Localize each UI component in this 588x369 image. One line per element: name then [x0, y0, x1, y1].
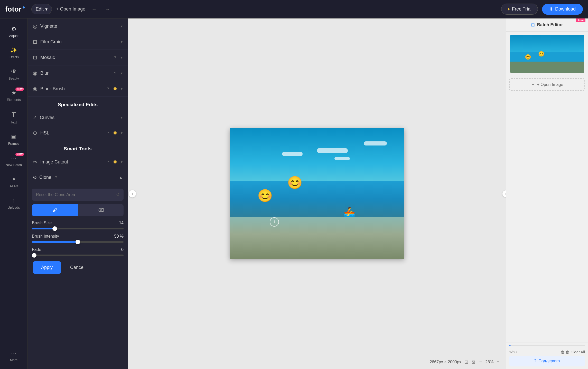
- sidebar-item-effects[interactable]: ✨ Effects: [0, 42, 27, 64]
- support-icon: ?: [534, 359, 536, 363]
- progress-fill: [509, 345, 511, 346]
- emoji-face-2: 😊: [287, 176, 303, 190]
- diamond-icon: ♦: [508, 6, 510, 12]
- text-icon: T: [12, 111, 16, 119]
- right-panel-collapse-arrow[interactable]: ›: [502, 190, 506, 197]
- sidebar-item-adjust[interactable]: ⚙ Adjust: [0, 21, 27, 42]
- open-image-button[interactable]: + Open Image: [56, 6, 86, 12]
- sidebar-item-more[interactable]: ⋯ More: [0, 345, 27, 366]
- sidebar-item-text[interactable]: T Text: [0, 106, 27, 129]
- blur-label: Blur: [40, 71, 111, 76]
- clear-all-button[interactable]: 🗑 🗑 Clear All: [561, 350, 585, 354]
- apply-label: Apply: [41, 265, 53, 270]
- fit-icon[interactable]: ⊡: [464, 359, 468, 365]
- zoom-in-button[interactable]: +: [496, 358, 501, 366]
- brush-erase-button[interactable]: ⌫: [78, 204, 124, 216]
- support-button[interactable]: ? Поддержка: [509, 356, 585, 366]
- help-icon[interactable]: ?: [55, 175, 57, 179]
- download-label: Download: [555, 6, 576, 12]
- brush-size-value: 14: [119, 221, 124, 225]
- brush-size-header: Brush Size 14: [32, 221, 124, 225]
- film-grain-label: Film Grain: [40, 39, 118, 45]
- forward-arrow[interactable]: →: [103, 5, 112, 13]
- fade-value: 0: [121, 247, 124, 252]
- apply-button[interactable]: Apply: [33, 261, 61, 274]
- sidebar-item-label: Text: [11, 120, 17, 124]
- brush-intensity-fill: [32, 241, 78, 243]
- clone-header[interactable]: ⊙ Clone ? ▲: [32, 170, 124, 185]
- fade-slider[interactable]: [32, 255, 124, 256]
- chevron-down-icon: ▾: [45, 6, 48, 12]
- cloud-1: [282, 152, 303, 156]
- mosaic-item[interactable]: ⊡ Mosaic ? ▾: [28, 50, 128, 65]
- sidebar-item-elements[interactable]: NEW ★ Elements: [0, 85, 27, 106]
- right-panel-bottom: 1/50 🗑 🗑 Clear All ? Поддержка: [506, 343, 588, 369]
- edit-button[interactable]: Edit ▾: [31, 4, 52, 14]
- thumb-emoji-2: 😊: [538, 51, 545, 57]
- sidebar-item-label: AI Art: [10, 184, 18, 188]
- brush-icon: 🖌: [52, 208, 57, 213]
- zoom-out-button[interactable]: −: [478, 358, 483, 366]
- blur-item[interactable]: ◉ Blur ? ▾: [28, 65, 128, 81]
- logo-dot: [23, 6, 25, 8]
- reset-clone-button[interactable]: Reset the Clone Area ↺: [32, 189, 124, 201]
- sidebar-item-label: New Batch: [6, 163, 22, 167]
- logo: fotor: [5, 5, 25, 13]
- image-cutout-item[interactable]: ✂ Image Cutout ? ▾: [28, 154, 128, 170]
- header: fotor Edit ▾ + Open Image ← → ♦ Free Tri…: [0, 0, 588, 18]
- brush-size-label: Brush Size: [32, 221, 52, 225]
- fade-thumb[interactable]: [32, 253, 36, 258]
- cloud-4: [364, 141, 387, 145]
- thumb-sky: [510, 35, 584, 54]
- sidebar-item-batch[interactable]: NEW ⋯ New Batch: [0, 150, 27, 171]
- compare-icon[interactable]: ⊠: [471, 359, 475, 365]
- sidebar-item-frames[interactable]: ▣ Frames: [0, 129, 27, 150]
- crosshair: [270, 217, 279, 227]
- chevron-down-icon: ▾: [121, 40, 123, 44]
- brush-intensity-thumb[interactable]: [76, 240, 80, 244]
- help-icon[interactable]: ?: [107, 87, 109, 91]
- brush-paint-button[interactable]: 🖌: [32, 204, 78, 216]
- back-arrow[interactable]: ←: [89, 5, 99, 13]
- brush-size-thumb[interactable]: [52, 226, 57, 231]
- sidebar-item-beauty[interactable]: 👁 Beauty: [0, 64, 27, 85]
- help-icon[interactable]: ?: [107, 131, 109, 135]
- pagination-text: 1/50: [509, 350, 517, 354]
- cancel-button[interactable]: Cancel: [64, 261, 91, 274]
- sidebar-item-ai-art[interactable]: ✦ AI Art: [0, 171, 27, 193]
- film-grain-item[interactable]: ⊞ Film Grain ▾: [28, 34, 128, 50]
- blur-brush-item[interactable]: ◉ Blur - Brush ? ▾: [28, 81, 128, 97]
- brush-size-slider[interactable]: [32, 228, 124, 229]
- brush-intensity-section: Brush Intensity 50 %: [32, 234, 124, 243]
- adjust-icon: ⚙: [11, 26, 16, 32]
- left-panel: ◎ Vignette ▾ ⊞ Film Grain ▾ ⊡ Mosaic ? ▾…: [28, 18, 128, 369]
- hsl-item[interactable]: ⊙ HSL ? ▾: [28, 125, 128, 141]
- hsl-icon: ⊙: [33, 130, 37, 136]
- canvas-area: ‹ › 😊 😊 🚣 2667px × 2000px ⊡: [128, 18, 506, 369]
- active-dot: [114, 160, 117, 163]
- smart-tools-header: Smart Tools: [28, 141, 128, 154]
- active-dot: [114, 87, 117, 90]
- more-icon: ⋯: [11, 350, 17, 356]
- chevron-down-icon: ▾: [121, 55, 123, 60]
- left-panel-collapse-arrow[interactable]: ‹: [128, 190, 136, 198]
- image-thumbnail[interactable]: 😊 😊: [510, 35, 584, 73]
- brush-toggle: 🖌 ⌫: [32, 204, 124, 216]
- mosaic-label: Mosaic: [40, 55, 111, 60]
- reset-clone-label: Reset the Clone Area: [36, 192, 75, 197]
- vignette-label: Vignette: [40, 24, 118, 29]
- free-trial-button[interactable]: ♦ Free Trial: [501, 4, 538, 15]
- sidebar-item-uploads[interactable]: ↑ Uploads: [0, 193, 27, 214]
- chevron-down-icon: ▾: [121, 87, 123, 91]
- new-badge-batch: NEW: [15, 153, 24, 156]
- brush-intensity-slider[interactable]: [32, 241, 124, 243]
- help-icon[interactable]: ?: [114, 55, 116, 60]
- help-icon[interactable]: ?: [107, 160, 109, 164]
- uploads-icon: ↑: [12, 197, 15, 204]
- curves-item[interactable]: ↗ Curves ▾: [28, 110, 128, 125]
- help-icon[interactable]: ?: [114, 71, 116, 75]
- download-button[interactable]: ⬇ Download: [542, 4, 583, 15]
- vignette-item[interactable]: ◎ Vignette ▾: [28, 18, 128, 34]
- open-image-right-button[interactable]: ＋ + Open Image: [509, 78, 585, 91]
- new-badge: NEW: [15, 88, 24, 91]
